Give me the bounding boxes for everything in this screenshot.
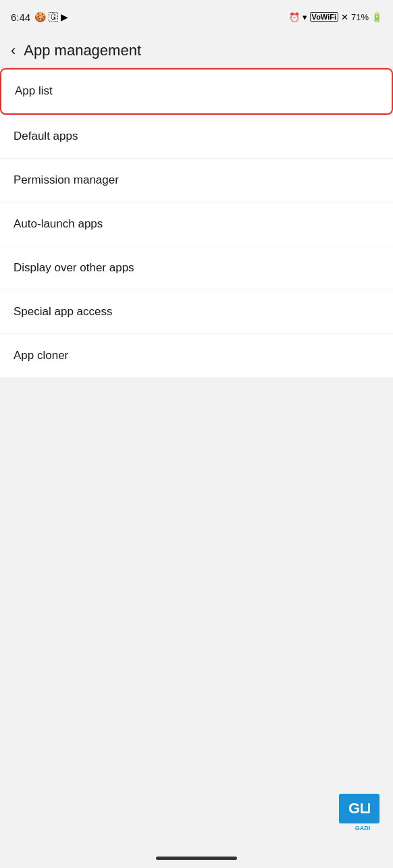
app-icon-1: 🍪 bbox=[34, 11, 46, 22]
menu-item-label-auto-launch-apps: Auto-launch apps bbox=[14, 217, 103, 230]
menu-item-auto-launch-apps[interactable]: Auto-launch apps bbox=[0, 202, 393, 246]
status-bar: 6:44 🍪 🇬 ▶ ⏰ ▾ VoWiFi ✕ 71% 🔋 bbox=[0, 0, 393, 34]
menu-item-label-permission-manager: Permission manager bbox=[14, 173, 119, 186]
menu-item-default-apps[interactable]: Default apps bbox=[0, 115, 393, 159]
app-management-header: ‹ App management bbox=[0, 34, 393, 68]
vowifi-icon: VoWiFi bbox=[310, 12, 338, 22]
menu-item-label-app-list: App list bbox=[15, 84, 53, 97]
app-icon-2: 🇬 bbox=[49, 11, 58, 22]
battery-icon: 🔋 bbox=[371, 12, 382, 22]
status-time: 6:44 bbox=[11, 11, 30, 23]
watermark-sub: GADI bbox=[339, 825, 386, 832]
status-bar-right: ⏰ ▾ VoWiFi ✕ 71% 🔋 bbox=[289, 12, 382, 22]
back-button[interactable]: ‹ bbox=[11, 42, 16, 59]
menu-list: App listDefault appsPermission managerAu… bbox=[0, 70, 393, 377]
menu-item-label-default-apps: Default apps bbox=[14, 130, 78, 142]
menu-item-display-over-other-apps[interactable]: Display over other apps bbox=[0, 246, 393, 290]
status-icons-left: 🍪 🇬 ▶ bbox=[34, 11, 68, 22]
status-bar-left: 6:44 🍪 🇬 ▶ bbox=[11, 11, 68, 23]
alarm-icon: ⏰ bbox=[289, 12, 300, 22]
battery-text: 71% bbox=[351, 12, 369, 22]
watermark: G⊔ GADI bbox=[339, 794, 386, 828]
menu-item-app-list[interactable]: App list bbox=[1, 70, 392, 113]
page-title: App management bbox=[24, 42, 141, 59]
menu-item-special-app-access[interactable]: Special app access bbox=[0, 290, 393, 334]
menu-item-permission-manager[interactable]: Permission manager bbox=[0, 159, 393, 202]
nav-bar bbox=[156, 857, 237, 860]
signal-icon: ✕ bbox=[341, 12, 348, 22]
wifi-icon: ▾ bbox=[303, 12, 307, 22]
menu-item-app-cloner[interactable]: App cloner bbox=[0, 334, 393, 377]
watermark-box: G⊔ bbox=[339, 794, 379, 823]
menu-item-label-special-app-access: Special app access bbox=[14, 305, 112, 318]
menu-item-label-app-cloner: App cloner bbox=[14, 349, 68, 362]
menu-item-label-display-over-other-apps: Display over other apps bbox=[14, 261, 134, 274]
watermark-symbol: G⊔ bbox=[348, 801, 370, 816]
app-icon-3: ▶ bbox=[61, 11, 68, 22]
